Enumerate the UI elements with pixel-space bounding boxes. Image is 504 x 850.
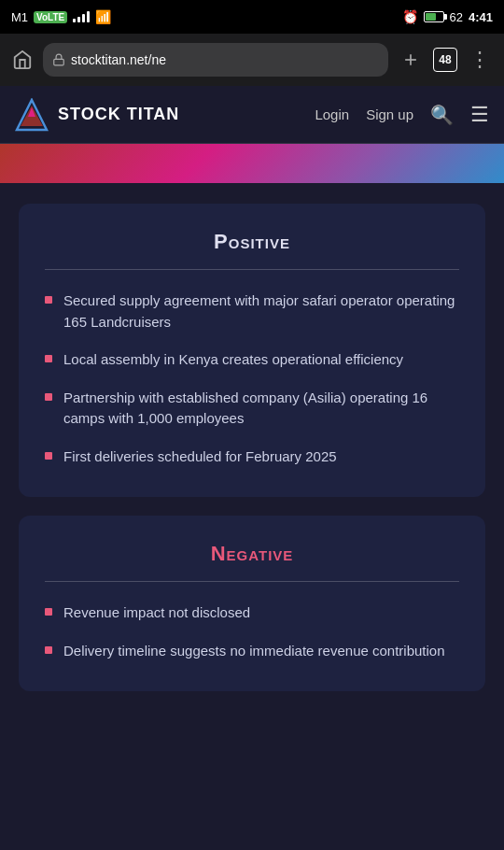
stock-titan-logo-icon [15, 98, 49, 132]
battery-icon [424, 11, 444, 22]
negative-divider [45, 581, 459, 582]
security-icon [52, 53, 65, 66]
negative-item-2: Delivery timeline suggests no immediate … [63, 641, 445, 662]
status-right: ⏰ 62 4:41 [402, 9, 494, 24]
search-icon[interactable]: 🔍 [430, 104, 454, 126]
bullet-icon [45, 296, 52, 304]
battery-percent: 62 [450, 10, 463, 24]
browser-home-button[interactable] [9, 47, 35, 73]
positive-item-3: Partnership with established company (As… [63, 388, 459, 430]
login-link[interactable]: Login [315, 106, 349, 122]
svg-rect-0 [54, 59, 64, 64]
menu-icon[interactable]: ☰ [470, 103, 489, 127]
tab-count-badge[interactable]: 48 [433, 48, 457, 72]
wifi-icon: 📶 [95, 9, 111, 24]
negative-item-1: Revenue impact not disclosed [63, 602, 250, 624]
positive-divider [45, 269, 459, 270]
list-item: Revenue impact not disclosed [45, 602, 459, 624]
content-area: Positive Secured supply agreement with m… [0, 183, 504, 691]
new-tab-button[interactable] [396, 45, 426, 75]
list-item: First deliveries scheduled for February … [45, 446, 459, 468]
positive-item-2: Local assembly in Kenya creates operatio… [63, 349, 403, 371]
bullet-icon [45, 393, 52, 401]
time-display: 4:41 [469, 10, 493, 24]
bullet-icon [45, 355, 52, 362]
positive-item-4: First deliveries scheduled for February … [63, 446, 337, 468]
carrier-label: M1 [11, 10, 28, 24]
signup-link[interactable]: Sign up [366, 106, 413, 122]
list-item: Delivery timeline suggests no immediate … [45, 641, 459, 662]
negative-card: Negative Revenue impact not disclosed De… [19, 516, 485, 691]
bullet-icon [45, 608, 52, 616]
site-logo-text: STOCK TITAN [58, 105, 179, 124]
list-item: Partnership with established company (As… [45, 388, 459, 430]
status-bar: M1 VoLTE 📶 ⏰ 62 4:41 [0, 0, 504, 34]
positive-title: Positive [45, 230, 459, 254]
url-bar[interactable]: stocktitan.net/ne [43, 43, 388, 77]
url-text: stocktitan.net/ne [71, 52, 379, 67]
bullet-icon [45, 452, 52, 460]
negative-title: Negative [45, 542, 459, 566]
negative-list: Revenue impact not disclosed Delivery ti… [45, 602, 459, 661]
bullet-icon [45, 646, 52, 654]
browser-bar: stocktitan.net/ne 48 ⋮ [0, 34, 504, 86]
list-item: Secured supply agreement with major safa… [45, 290, 459, 333]
browser-menu-button[interactable]: ⋮ [465, 45, 495, 75]
header-nav: Login Sign up 🔍 ☰ [315, 103, 489, 127]
status-left: M1 VoLTE 📶 [11, 9, 111, 24]
list-item: Local assembly in Kenya creates operatio… [45, 349, 459, 371]
signal-strength-icon [73, 11, 90, 22]
positive-card: Positive Secured supply agreement with m… [19, 204, 485, 497]
logo-area: STOCK TITAN [15, 98, 315, 132]
positive-list: Secured supply agreement with major safa… [45, 290, 459, 467]
alarm-icon: ⏰ [402, 9, 418, 24]
hero-banner [0, 144, 504, 183]
volte-badge: VoLTE [34, 11, 67, 23]
site-header: STOCK TITAN Login Sign up 🔍 ☰ [0, 86, 504, 144]
positive-item-1: Secured supply agreement with major safa… [63, 290, 459, 333]
